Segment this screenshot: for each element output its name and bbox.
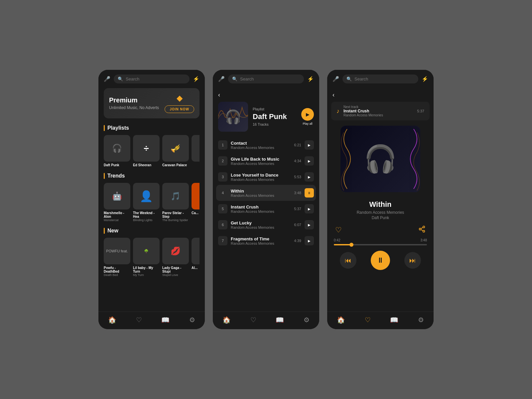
table-row[interactable]: 6 Get Lucky Random Access Memories 6:07 … [216, 217, 316, 233]
screen1: 🎤 🔍 ⚡ Premium Unlimited Music, No Advert… [98, 70, 205, 329]
track-play-button[interactable]: ▶ [305, 140, 314, 150]
track-play-button[interactable]: ▶ [305, 220, 314, 229]
track-info: Contact Random Access Memories [231, 141, 291, 150]
nav-library-icon[interactable]: 📖 [161, 316, 170, 324]
track-play-button[interactable]: ▶ [305, 156, 314, 166]
list-item[interactable]: 🎵 Parov Stelar - Step The Burning Spider [162, 183, 189, 222]
playlist-label: Daft Punk [104, 163, 130, 167]
nav-settings-icon-s3[interactable]: ⚙ [418, 316, 424, 324]
track-name: Instant Crush [231, 204, 291, 209]
playlist-thumb-more [192, 135, 200, 162]
progress-section: 0:42 3:48 [327, 237, 434, 247]
progress-thumb[interactable] [349, 243, 353, 247]
playlist-label-text: Playlist [253, 107, 297, 111]
play-all-button[interactable]: ▶ [301, 108, 314, 121]
new-label: Lady Gaga - Stupi [162, 266, 189, 273]
list-item[interactable]: POWFU feat. Powfu - DeathBed Death Bed [104, 238, 130, 277]
search-box[interactable]: 🔍 [114, 74, 190, 83]
search-box-s3[interactable]: 🔍 [342, 74, 418, 83]
mic-icon-s2[interactable]: 🎤 [218, 76, 225, 82]
nav-settings-icon[interactable]: ⚙ [189, 316, 195, 324]
play-pause-button[interactable]: ⏸ [371, 251, 390, 270]
list-item[interactable] [192, 135, 200, 167]
track-album: Random Access Memories [231, 209, 291, 213]
search-input[interactable] [126, 76, 186, 81]
table-row[interactable]: 5 Instant Crush Random Access Memories 5… [216, 201, 316, 217]
previous-button[interactable]: ⏮ [340, 252, 356, 269]
trend-sublabel: The Burning Spider [162, 218, 189, 222]
screen2: 🎤 🔍 ⚡ ‹ 🎧 Playlist Daft Punk 16 Tracks ▶… [213, 70, 319, 329]
trends-section-title: Trends [104, 173, 200, 179]
track-duration: 6:07 [294, 223, 301, 227]
track-play-button[interactable]: ▶ [305, 236, 314, 245]
back-button[interactable]: ‹ [213, 88, 319, 102]
list-item[interactable]: 👤 The Weeknd - Hea Blinding Lights [133, 183, 160, 222]
list-item[interactable]: 🎧 Daft Punk [104, 135, 130, 167]
track-pause-button[interactable]: ⏸ [305, 188, 314, 198]
list-item[interactable]: 🤖 Marshmello - Alon Monstercat [104, 183, 130, 222]
premium-title: Premium [109, 96, 159, 104]
next-button[interactable]: ⏭ [404, 252, 421, 269]
filter-icon[interactable]: ⚡ [193, 76, 200, 82]
nav-library-icon-s2[interactable]: 📖 [276, 316, 284, 324]
track-duration: 4:39 [294, 239, 301, 243]
track-name: Lose Yourself to Dance [231, 173, 291, 178]
track-album: Random Access Memories [231, 162, 291, 166]
track-album: Random Access Memories [231, 241, 291, 245]
album-art-helmet: 🎧 [364, 143, 397, 175]
list-item[interactable]: ÷ Ed Sheeran [133, 135, 160, 167]
list-item[interactable]: 🎺 Caravan Palace [162, 135, 189, 167]
playlist-header: 🎧 Playlist Daft Punk 16 Tracks ▶ Play al… [213, 102, 319, 137]
nav-library-icon-s3[interactable]: 📖 [390, 316, 398, 324]
nav-heart-icon-s3[interactable]: ♡ [365, 316, 371, 324]
list-item[interactable]: 🌳 Lil baby - My Turn My Turn [133, 238, 160, 277]
playlist-thumb-ed: ÷ [133, 135, 160, 162]
list-item[interactable]: Ca... [192, 183, 200, 222]
playlist-art: 🎧 [218, 102, 248, 132]
nav-home-icon-s2[interactable]: 🏠 [222, 316, 231, 324]
new-thumb-powfu: POWFU feat. [104, 238, 130, 264]
next-track-album: Random Access Memories [343, 113, 413, 117]
table-row[interactable]: 3 Lose Yourself to Dance Random Access M… [216, 169, 316, 185]
track-number-box: 4 [218, 188, 227, 198]
table-row[interactable]: 2 Give Life Back to Music Random Access … [216, 153, 316, 169]
player-actions: ♡ [327, 223, 434, 237]
bottom-nav-screen1: 🏠 ♡ 📖 ⚙ [98, 312, 205, 329]
list-item[interactable]: Al... [192, 238, 200, 277]
share-button[interactable] [418, 225, 426, 234]
filter-icon-s3[interactable]: ⚡ [422, 76, 428, 82]
list-item[interactable]: 💋 Lady Gaga - Stupi Stupid Love [162, 238, 189, 277]
search-box-s2[interactable]: 🔍 [228, 74, 304, 83]
table-row[interactable]: 4 Within Random Access Memories 3:48 ⏸ [216, 185, 316, 201]
nav-settings-icon-s2[interactable]: ⚙ [304, 316, 310, 324]
search-input-s3[interactable] [354, 76, 414, 81]
like-button[interactable]: ♡ [335, 226, 342, 234]
top-bar-screen2: 🎤 🔍 ⚡ [213, 70, 319, 88]
track-number-box: 1 [218, 140, 227, 150]
track-play-button[interactable]: ▶ [305, 172, 314, 182]
trend-thumb-weeknd: 👤 [133, 183, 160, 209]
track-play-button[interactable]: ▶ [305, 204, 314, 213]
table-row[interactable]: 7 Fragments of Time Random Access Memori… [216, 233, 316, 249]
nav-heart-icon-s2[interactable]: ♡ [250, 316, 256, 324]
track-number-box: 5 [218, 204, 227, 213]
back-button-s3[interactable]: ‹ [327, 88, 434, 102]
new-thumb-lil: 🌳 [133, 238, 160, 264]
album-art: 🎧 [340, 126, 420, 192]
nav-home-icon[interactable]: 🏠 [108, 316, 116, 324]
table-row[interactable]: 1 Contact Random Access Memories 6:21 ▶ [216, 137, 316, 153]
search-icon: 🔍 [118, 76, 123, 81]
nav-home-icon-s3[interactable]: 🏠 [337, 316, 345, 324]
progress-bar[interactable] [334, 244, 427, 245]
screen1-content: Premium Unlimited Music, No Adverts ◆ JO… [98, 88, 205, 312]
join-now-button[interactable]: JOIN NOW [165, 105, 194, 113]
svg-line-3 [421, 229, 423, 231]
total-time: 3:48 [421, 238, 427, 242]
mic-icon-s3[interactable]: 🎤 [332, 76, 339, 82]
filter-icon-s2[interactable]: ⚡ [307, 76, 314, 82]
track-number-box: 7 [218, 236, 227, 245]
nav-heart-icon[interactable]: ♡ [136, 316, 142, 324]
mic-icon[interactable]: 🎤 [104, 76, 110, 82]
track-name: Contact [231, 141, 291, 146]
search-input-s2[interactable] [240, 76, 300, 81]
